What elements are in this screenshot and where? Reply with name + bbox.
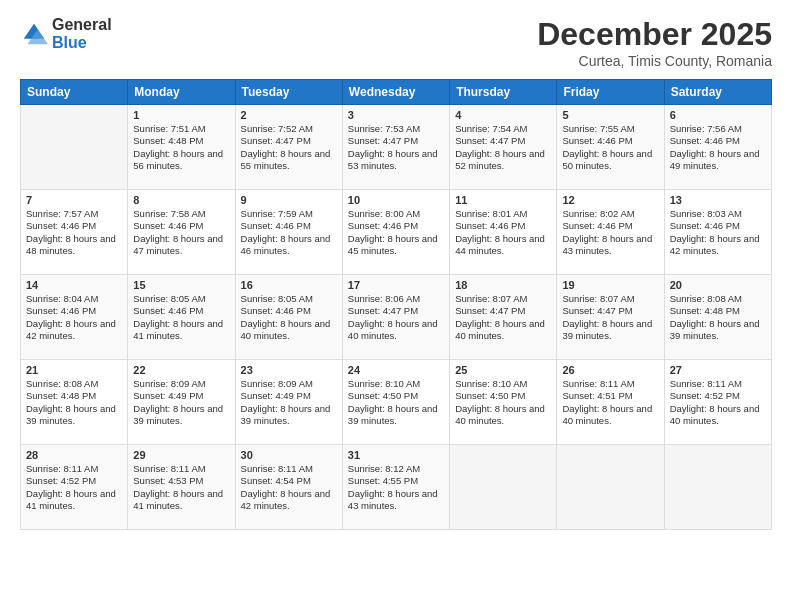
day-info: Sunrise: 8:11 AM Sunset: 4:51 PM Dayligh… [562,378,658,427]
calendar-cell-w5-d5 [557,445,664,530]
day-info: Sunrise: 8:05 AM Sunset: 4:46 PM Dayligh… [241,293,337,342]
calendar-cell-w2-d5: 12Sunrise: 8:02 AM Sunset: 4:46 PM Dayli… [557,190,664,275]
calendar-cell-w4-d4: 25Sunrise: 8:10 AM Sunset: 4:50 PM Dayli… [450,360,557,445]
title-section: December 2025 Curtea, Timis County, Roma… [537,16,772,69]
logo-text: General Blue [52,16,112,51]
calendar-cell-w2-d2: 9Sunrise: 7:59 AM Sunset: 4:46 PM Daylig… [235,190,342,275]
calendar-cell-w5-d6 [664,445,771,530]
header-tuesday: Tuesday [235,80,342,105]
day-info: Sunrise: 8:05 AM Sunset: 4:46 PM Dayligh… [133,293,229,342]
calendar-cell-w5-d4 [450,445,557,530]
logo: General Blue [20,16,112,51]
calendar-cell-w3-d0: 14Sunrise: 8:04 AM Sunset: 4:46 PM Dayli… [21,275,128,360]
day-info: Sunrise: 7:54 AM Sunset: 4:47 PM Dayligh… [455,123,551,172]
day-info: Sunrise: 8:07 AM Sunset: 4:47 PM Dayligh… [455,293,551,342]
weekday-header-row: Sunday Monday Tuesday Wednesday Thursday… [21,80,772,105]
calendar-cell-w4-d3: 24Sunrise: 8:10 AM Sunset: 4:50 PM Dayli… [342,360,449,445]
day-number: 28 [26,449,122,461]
calendar-table: Sunday Monday Tuesday Wednesday Thursday… [20,79,772,530]
calendar-cell-w3-d4: 18Sunrise: 8:07 AM Sunset: 4:47 PM Dayli… [450,275,557,360]
day-number: 30 [241,449,337,461]
calendar-cell-w1-d1: 1Sunrise: 7:51 AM Sunset: 4:48 PM Daylig… [128,105,235,190]
day-number: 1 [133,109,229,121]
day-info: Sunrise: 8:08 AM Sunset: 4:48 PM Dayligh… [670,293,766,342]
day-info: Sunrise: 8:11 AM Sunset: 4:52 PM Dayligh… [670,378,766,427]
day-info: Sunrise: 8:04 AM Sunset: 4:46 PM Dayligh… [26,293,122,342]
calendar-cell-w1-d0 [21,105,128,190]
day-number: 18 [455,279,551,291]
calendar-cell-w1-d4: 4Sunrise: 7:54 AM Sunset: 4:47 PM Daylig… [450,105,557,190]
day-number: 23 [241,364,337,376]
day-info: Sunrise: 7:56 AM Sunset: 4:46 PM Dayligh… [670,123,766,172]
main-title: December 2025 [537,16,772,53]
day-info: Sunrise: 7:58 AM Sunset: 4:46 PM Dayligh… [133,208,229,257]
day-number: 29 [133,449,229,461]
day-info: Sunrise: 8:12 AM Sunset: 4:55 PM Dayligh… [348,463,444,512]
day-info: Sunrise: 7:57 AM Sunset: 4:46 PM Dayligh… [26,208,122,257]
calendar-cell-w5-d2: 30Sunrise: 8:11 AM Sunset: 4:54 PM Dayli… [235,445,342,530]
day-number: 6 [670,109,766,121]
page: General Blue December 2025 Curtea, Timis… [0,0,792,612]
header-monday: Monday [128,80,235,105]
calendar-header: Sunday Monday Tuesday Wednesday Thursday… [21,80,772,105]
day-number: 20 [670,279,766,291]
calendar-cell-w3-d1: 15Sunrise: 8:05 AM Sunset: 4:46 PM Dayli… [128,275,235,360]
day-number: 12 [562,194,658,206]
day-number: 3 [348,109,444,121]
day-number: 14 [26,279,122,291]
week-row-2: 7Sunrise: 7:57 AM Sunset: 4:46 PM Daylig… [21,190,772,275]
day-info: Sunrise: 7:55 AM Sunset: 4:46 PM Dayligh… [562,123,658,172]
day-number: 31 [348,449,444,461]
day-info: Sunrise: 8:01 AM Sunset: 4:46 PM Dayligh… [455,208,551,257]
day-number: 10 [348,194,444,206]
day-number: 19 [562,279,658,291]
day-number: 4 [455,109,551,121]
calendar-cell-w3-d6: 20Sunrise: 8:08 AM Sunset: 4:48 PM Dayli… [664,275,771,360]
day-info: Sunrise: 8:06 AM Sunset: 4:47 PM Dayligh… [348,293,444,342]
day-info: Sunrise: 8:11 AM Sunset: 4:53 PM Dayligh… [133,463,229,512]
day-number: 9 [241,194,337,206]
day-info: Sunrise: 7:52 AM Sunset: 4:47 PM Dayligh… [241,123,337,172]
day-number: 22 [133,364,229,376]
calendar-cell-w3-d2: 16Sunrise: 8:05 AM Sunset: 4:46 PM Dayli… [235,275,342,360]
calendar-cell-w4-d1: 22Sunrise: 8:09 AM Sunset: 4:49 PM Dayli… [128,360,235,445]
calendar-cell-w5-d3: 31Sunrise: 8:12 AM Sunset: 4:55 PM Dayli… [342,445,449,530]
day-number: 13 [670,194,766,206]
calendar-cell-w2-d4: 11Sunrise: 8:01 AM Sunset: 4:46 PM Dayli… [450,190,557,275]
calendar-cell-w1-d2: 2Sunrise: 7:52 AM Sunset: 4:47 PM Daylig… [235,105,342,190]
calendar-cell-w5-d1: 29Sunrise: 8:11 AM Sunset: 4:53 PM Dayli… [128,445,235,530]
week-row-3: 14Sunrise: 8:04 AM Sunset: 4:46 PM Dayli… [21,275,772,360]
week-row-1: 1Sunrise: 7:51 AM Sunset: 4:48 PM Daylig… [21,105,772,190]
calendar-cell-w4-d5: 26Sunrise: 8:11 AM Sunset: 4:51 PM Dayli… [557,360,664,445]
calendar-cell-w1-d5: 5Sunrise: 7:55 AM Sunset: 4:46 PM Daylig… [557,105,664,190]
calendar-cell-w4-d2: 23Sunrise: 8:09 AM Sunset: 4:49 PM Dayli… [235,360,342,445]
calendar-cell-w1-d3: 3Sunrise: 7:53 AM Sunset: 4:47 PM Daylig… [342,105,449,190]
day-number: 5 [562,109,658,121]
day-number: 16 [241,279,337,291]
day-number: 11 [455,194,551,206]
logo-icon [20,20,48,48]
header-sunday: Sunday [21,80,128,105]
calendar-cell-w2-d3: 10Sunrise: 8:00 AM Sunset: 4:46 PM Dayli… [342,190,449,275]
header-friday: Friday [557,80,664,105]
day-number: 2 [241,109,337,121]
calendar-body: 1Sunrise: 7:51 AM Sunset: 4:48 PM Daylig… [21,105,772,530]
day-number: 26 [562,364,658,376]
day-info: Sunrise: 8:07 AM Sunset: 4:47 PM Dayligh… [562,293,658,342]
day-number: 24 [348,364,444,376]
day-info: Sunrise: 8:10 AM Sunset: 4:50 PM Dayligh… [455,378,551,427]
header: General Blue December 2025 Curtea, Timis… [20,16,772,69]
day-info: Sunrise: 8:11 AM Sunset: 4:54 PM Dayligh… [241,463,337,512]
day-number: 8 [133,194,229,206]
day-info: Sunrise: 8:00 AM Sunset: 4:46 PM Dayligh… [348,208,444,257]
day-info: Sunrise: 8:02 AM Sunset: 4:46 PM Dayligh… [562,208,658,257]
calendar-cell-w5-d0: 28Sunrise: 8:11 AM Sunset: 4:52 PM Dayli… [21,445,128,530]
day-number: 21 [26,364,122,376]
header-saturday: Saturday [664,80,771,105]
day-number: 17 [348,279,444,291]
day-info: Sunrise: 7:51 AM Sunset: 4:48 PM Dayligh… [133,123,229,172]
header-wednesday: Wednesday [342,80,449,105]
logo-blue-text: Blue [52,34,112,52]
subtitle: Curtea, Timis County, Romania [537,53,772,69]
calendar-cell-w2-d1: 8Sunrise: 7:58 AM Sunset: 4:46 PM Daylig… [128,190,235,275]
